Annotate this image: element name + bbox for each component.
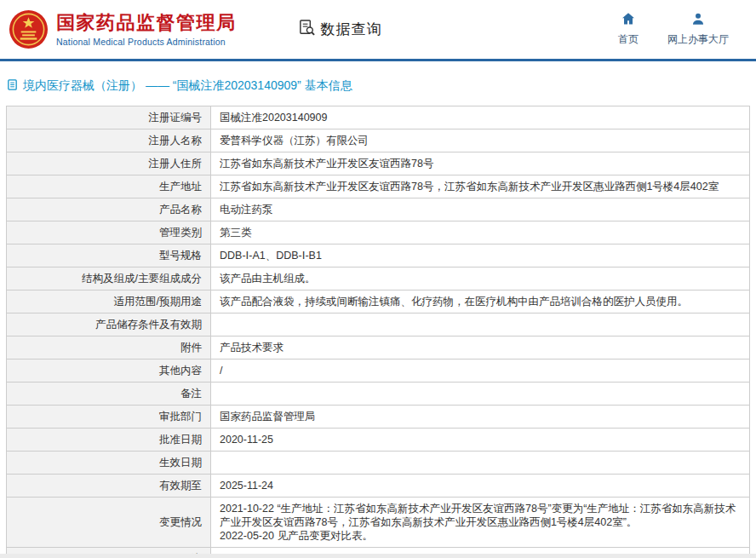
- table-row: 注册人名称爱普科学仪器（江苏）有限公司: [7, 129, 750, 152]
- breadcrumb: 境内医疗器械（注册） —— “国械注准20203140909” 基本信息: [0, 61, 756, 102]
- row-value: 爱普科学仪器（江苏）有限公司: [211, 129, 750, 152]
- table-row: 注册证编号国械注准20203140909: [7, 106, 750, 129]
- table-row: 结构及组成/主要组成成分该产品由主机组成。: [7, 267, 750, 291]
- nav-online-hall[interactable]: 网上办事大厅: [667, 12, 729, 47]
- row-value: 产品技术要求: [211, 337, 750, 360]
- national-emblem-logo: [9, 9, 49, 49]
- table-row: 变更情况2021-10-22 “生产地址：江苏省如东高新技术产业开发区友谊西路7…: [7, 498, 750, 548]
- table-row: 产品储存条件及有效期: [7, 314, 750, 337]
- row-label: 备注: [7, 383, 211, 406]
- row-value: [211, 383, 750, 406]
- breadcrumb-text: 境内医疗器械（注册） —— “国械注准20203140909” 基本信息: [23, 78, 352, 94]
- table-row: 管理类别第三类: [7, 221, 750, 244]
- document-search-icon: [298, 19, 316, 41]
- table-row: 产品名称电动注药泵: [7, 198, 750, 221]
- row-label: 其他内容: [7, 360, 211, 383]
- row-label: 批准日期: [7, 429, 211, 452]
- table-row: 适用范围/预期用途该产品配合液袋，持续或间断输注镇痛、化疗药物，在医疗机构中由产…: [7, 291, 750, 314]
- row-label: 变更情况: [7, 498, 211, 548]
- table-row: 有效期至2025-11-24: [7, 475, 750, 498]
- data-query-label: 数据查询: [321, 20, 382, 39]
- row-label: 结构及组成/主要组成成分: [7, 267, 211, 291]
- nav-online-hall-label: 网上办事大厅: [667, 32, 729, 47]
- row-value: 2020-11-25: [211, 429, 750, 452]
- row-value: 国械注准20203140909: [211, 106, 750, 129]
- table-row: 其他内容/: [7, 360, 750, 383]
- page-header: 国家药品监督管理局 National Medical Products Admi…: [0, 0, 756, 61]
- row-value: 电动注药泵: [211, 198, 750, 221]
- table-row: 生效日期: [7, 452, 750, 475]
- document-icon: [7, 79, 18, 93]
- table-row: 附件产品技术要求: [7, 337, 750, 360]
- agency-brand: 国家药品监督管理局 National Medical Products Admi…: [9, 9, 237, 49]
- row-value: DDB-Ⅰ-A1、DDB-Ⅰ-B1: [211, 244, 750, 267]
- row-label: 管理类别: [7, 221, 211, 244]
- row-label: 附件: [7, 337, 211, 360]
- row-value: 江苏省如东高新技术产业开发区友谊西路78号，江苏省如东高新技术产业开发区惠业路西…: [211, 175, 750, 198]
- row-value: 该产品由主机组成。: [211, 267, 750, 291]
- row-label: 产品储存条件及有效期: [7, 314, 211, 337]
- row-label: 生效日期: [7, 452, 211, 475]
- row-value: 该产品配合液袋，持续或间断输注镇痛、化疗药物，在医疗机构中由产品培训合格的医护人…: [211, 291, 750, 314]
- info-table-body: 注册证编号国械注准20203140909注册人名称爱普科学仪器（江苏）有限公司注…: [7, 106, 750, 558]
- top-nav: 首页 网上办事大厅: [618, 12, 729, 47]
- row-label: 注册证编号: [7, 106, 211, 129]
- row-value: 江苏省如东高新技术产业开发区友谊西路78号: [211, 152, 750, 175]
- row-value: /: [211, 360, 750, 383]
- footer-strip: [0, 554, 756, 558]
- row-label: 型号规格: [7, 244, 211, 267]
- data-query-tab[interactable]: 数据查询: [298, 19, 382, 41]
- row-label: 注册人名称: [7, 129, 211, 152]
- table-row: 注册人住所江苏省如东高新技术产业开发区友谊西路78号: [7, 152, 750, 175]
- row-value: 2021-10-22 “生产地址：江苏省如东高新技术产业开发区友谊西路78号”变…: [211, 498, 750, 548]
- nav-home[interactable]: 首页: [618, 12, 639, 47]
- row-value: [211, 314, 750, 337]
- row-label: 审批部门: [7, 406, 211, 429]
- row-label: 产品名称: [7, 198, 211, 221]
- agency-name-en: National Medical Products Administration: [56, 37, 237, 47]
- nav-home-label: 首页: [618, 32, 639, 47]
- row-value: 国家药品监督管理局: [211, 406, 750, 429]
- row-label: 注册人住所: [7, 152, 211, 175]
- row-value: 第三类: [211, 221, 750, 244]
- row-value: 2025-11-24: [211, 475, 750, 498]
- row-label: 生产地址: [7, 175, 211, 198]
- user-icon: [691, 12, 705, 29]
- row-value: [211, 452, 750, 475]
- registration-info-table: 注册证编号国械注准20203140909注册人名称爱普科学仪器（江苏）有限公司注…: [6, 106, 750, 558]
- table-row: 生产地址江苏省如东高新技术产业开发区友谊西路78号，江苏省如东高新技术产业开发区…: [7, 175, 750, 198]
- home-icon: [621, 12, 635, 29]
- agency-name-cn: 国家药品监督管理局: [56, 12, 237, 33]
- table-row: 型号规格DDB-Ⅰ-A1、DDB-Ⅰ-B1: [7, 244, 750, 267]
- table-row: 审批部门国家药品监督管理局: [7, 406, 750, 429]
- table-row: 备注: [7, 383, 750, 406]
- row-label: 适用范围/预期用途: [7, 291, 211, 314]
- table-row: 批准日期2020-11-25: [7, 429, 750, 452]
- row-label: 有效期至: [7, 475, 211, 498]
